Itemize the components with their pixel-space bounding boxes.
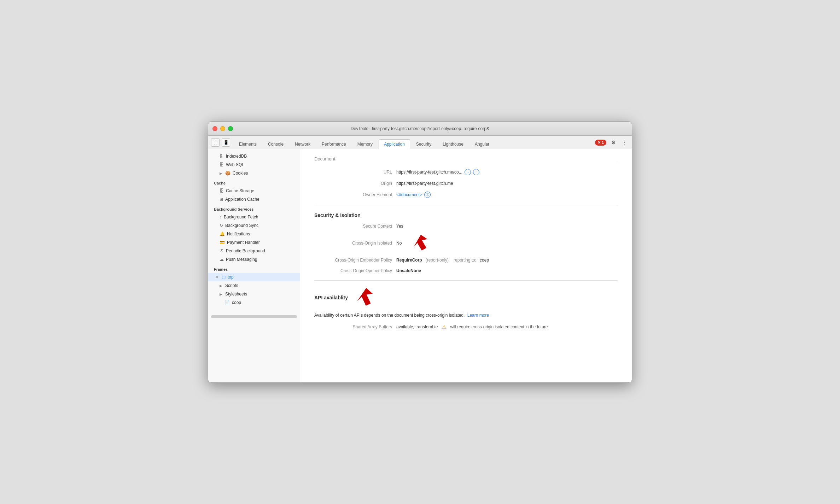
- coep-row: Cross-Origin Embedder Policy RequireCorp…: [314, 258, 618, 263]
- window-title: DevTools - first-party-test.glitch.me/co…: [351, 126, 489, 131]
- maximize-button[interactable]: [228, 126, 233, 131]
- owner-element-link[interactable]: <#document>: [396, 192, 422, 197]
- periodic-bg-icon: ⏱: [220, 248, 224, 253]
- sidebar-label-periodic-bg: Periodic Background: [226, 248, 265, 253]
- sidebar-item-push-messaging[interactable]: ☁ Push Messaging: [208, 255, 300, 264]
- tab-lighthouse[interactable]: Lighthouse: [437, 139, 469, 149]
- coop-file-icon: 📄: [224, 300, 230, 305]
- close-button[interactable]: [212, 126, 217, 131]
- sidebar-item-cache-storage[interactable]: 🗄 Cache Storage: [208, 187, 300, 195]
- url-text: https://first-party-test.glitch.me/co...: [396, 170, 462, 175]
- tab-console[interactable]: Console: [263, 139, 289, 149]
- app-cache-icon: ⊞: [220, 197, 223, 202]
- content-area: Document URL https://first-party-test.gl…: [300, 149, 632, 382]
- tab-angular[interactable]: Angular: [469, 139, 495, 149]
- sidebar-item-notifications[interactable]: 🔔 Notifications: [208, 230, 300, 238]
- sidebar-label-application-cache: Application Cache: [225, 197, 259, 202]
- red-arrow-annotation-1: [407, 234, 428, 252]
- device-icon[interactable]: 📱: [222, 138, 230, 147]
- sidebar-label-websql: Web SQL: [226, 162, 244, 167]
- cross-origin-isolated-value: No: [396, 234, 428, 252]
- sidebar-label-bg-fetch: Background Fetch: [224, 215, 258, 219]
- sidebar-item-stylesheets[interactable]: ▶ Stylesheets: [208, 290, 300, 298]
- tab-memory[interactable]: Memory: [352, 139, 378, 149]
- sidebar-item-bg-sync[interactable]: ↻ Background Sync: [208, 221, 300, 230]
- sidebar-label-scripts: Scripts: [225, 283, 238, 288]
- sidebar-item-application-cache[interactable]: ⊞ Application Cache: [208, 195, 300, 204]
- sidebar-label-indexeddb: IndexedDB: [226, 154, 247, 159]
- bg-sync-icon: ↻: [220, 223, 223, 228]
- sidebar-label-top: top: [228, 275, 234, 280]
- divider-1: [314, 205, 618, 205]
- sidebar-item-scripts[interactable]: ▶ Scripts: [208, 281, 300, 290]
- tab-network[interactable]: Network: [290, 139, 316, 149]
- sidebar-label-push-messaging: Push Messaging: [226, 257, 257, 262]
- cursor-icon[interactable]: ⬚: [211, 138, 220, 147]
- bg-fetch-icon: ↕: [220, 215, 222, 219]
- url-value: https://first-party-test.glitch.me/co...…: [396, 169, 479, 175]
- error-badge[interactable]: ✕ 1: [595, 140, 606, 146]
- scripts-arrow: ▶: [220, 284, 222, 288]
- svg-marker-1: [354, 288, 373, 307]
- devtools-icons: ⬚ 📱: [211, 138, 230, 149]
- shared-array-buffers-text: available, transferable: [396, 324, 438, 329]
- divider-2: [314, 280, 618, 281]
- cookies-arrow: ▶: [220, 171, 222, 175]
- sidebar-label-bg-sync: Background Sync: [225, 223, 258, 228]
- tab-elements[interactable]: Elements: [234, 139, 262, 149]
- sidebar-item-indexeddb[interactable]: 🗄 IndexedDB: [208, 152, 300, 160]
- sidebar-item-coop[interactable]: 📄 coop: [208, 298, 300, 307]
- secure-context-row: Secure Context Yes: [314, 224, 618, 229]
- cross-origin-isolated-text: No: [396, 241, 402, 246]
- payment-handler-icon: 💳: [220, 240, 225, 245]
- secure-context-value: Yes: [396, 224, 403, 229]
- main-layout: 🗄 IndexedDB 🗄 Web SQL ▶ 🍪 Cookies Cache …: [208, 149, 632, 382]
- learn-more-link[interactable]: Learn more: [467, 313, 489, 318]
- top-frame-icon: ▢: [222, 275, 226, 280]
- sidebar-item-periodic-bg[interactable]: ⏱ Periodic Background: [208, 247, 300, 255]
- sidebar-label-coop: coop: [232, 300, 241, 305]
- svg-marker-0: [410, 234, 428, 252]
- error-count: 1: [602, 140, 604, 145]
- sidebar-item-top[interactable]: ▼ ▢ top: [208, 273, 300, 281]
- owner-info-icon[interactable]: ⓘ: [424, 192, 431, 198]
- devtools-window: DevTools - first-party-test.glitch.me/co…: [208, 121, 632, 383]
- sidebar-label-cookies: Cookies: [233, 171, 248, 176]
- push-messaging-icon: ☁: [220, 257, 224, 262]
- sidebar-item-bg-fetch[interactable]: ↕ Background Fetch: [208, 213, 300, 221]
- warning-icon: ⚠: [442, 324, 447, 330]
- settings-button[interactable]: ⚙: [609, 138, 618, 147]
- sidebar-item-cookies[interactable]: ▶ 🍪 Cookies: [208, 169, 300, 177]
- more-options-button[interactable]: ⋮: [620, 138, 629, 147]
- minimize-button[interactable]: [220, 126, 225, 131]
- coep-value: RequireCorp (report-only) reporting to: …: [396, 258, 489, 263]
- tab-application[interactable]: Application: [379, 139, 410, 149]
- security-section-title: Security & Isolation: [314, 212, 618, 218]
- tab-performance[interactable]: Performance: [316, 139, 351, 149]
- sidebar-label-payment-handler: Payment Handler: [227, 240, 260, 245]
- origin-label: Origin: [314, 181, 392, 186]
- api-description: Availability of certain APIs depends on …: [314, 312, 618, 318]
- api-section-header-row: API availablity: [314, 288, 618, 307]
- url-label: URL: [314, 170, 392, 175]
- origin-text: https://first-party-test.glitch.me: [396, 181, 453, 186]
- shared-array-buffers-value: available, transferable ⚠ will require c…: [396, 324, 548, 330]
- sidebar-item-websql[interactable]: 🗄 Web SQL: [208, 160, 300, 169]
- api-section-title: API availablity: [314, 295, 348, 300]
- tab-security[interactable]: Security: [411, 139, 437, 149]
- sidebar-scrollbar[interactable]: [211, 315, 297, 318]
- sidebar-section-bg-services: Background Services: [208, 204, 300, 213]
- url-copy-icon[interactable]: ○: [465, 169, 471, 175]
- coop-label: Cross-Origin Opener Policy: [314, 268, 392, 273]
- coep-policy-text: RequireCorp: [396, 258, 422, 263]
- error-x-icon: ✕: [597, 140, 601, 145]
- coep-label: Cross-Origin Embedder Policy: [314, 258, 392, 263]
- coep-reporting-label: reporting to:: [454, 258, 476, 263]
- sidebar-item-payment-handler[interactable]: 💳 Payment Handler: [208, 238, 300, 247]
- secure-context-label: Secure Context: [314, 224, 392, 229]
- coep-report-only: (report-only): [426, 258, 449, 263]
- red-arrow-annotation-2: [351, 288, 374, 307]
- url-navigate-icon[interactable]: ↑: [473, 169, 479, 175]
- sidebar-section-frames: Frames: [208, 264, 300, 273]
- owner-element-value: <#document> ⓘ: [396, 192, 431, 198]
